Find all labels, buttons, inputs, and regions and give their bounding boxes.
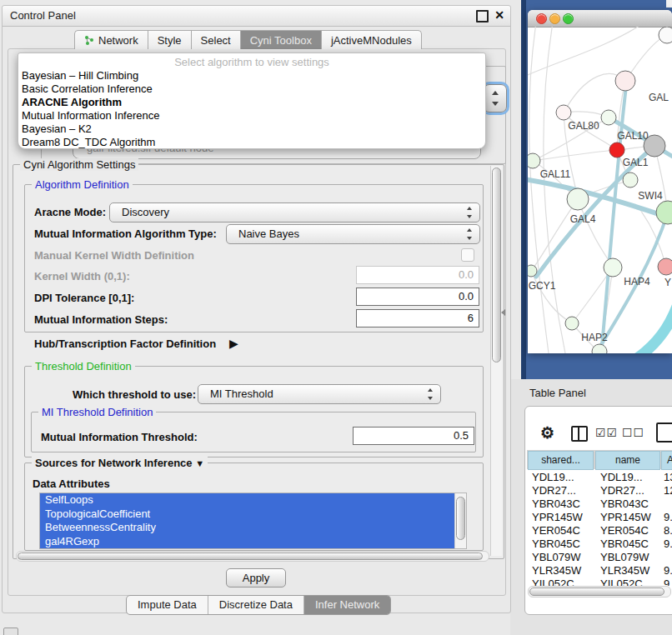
table-cell[interactable]: YBL079W (532, 551, 592, 564)
table-horizontal-scrollbar[interactable] (528, 586, 671, 598)
manual-kernel-checkbox[interactable] (461, 248, 474, 262)
sources-collapse-icon[interactable]: ▼ (195, 458, 204, 468)
attribute-item[interactable]: SelfLoops (40, 493, 454, 508)
node-gal10[interactable] (601, 110, 616, 125)
control-panel-titlebar[interactable]: Control Panel ✕ (3, 6, 510, 27)
close-traffic-light[interactable] (536, 13, 547, 24)
table-cell[interactable]: YER054C (600, 524, 659, 538)
node-label: GAL1 (623, 157, 649, 168)
node-gal1[interactable] (609, 142, 624, 158)
node-gal11[interactable] (528, 153, 540, 168)
which-threshold-combobox[interactable]: MI Threshold (198, 384, 441, 404)
dropdown-item[interactable]: Dream8 DC_TDC Algorithm (22, 136, 482, 149)
table-cell[interactable]: 9. (664, 564, 672, 578)
which-threshold-value: MI Threshold (210, 388, 273, 400)
dropdown-item[interactable]: Mutual Information Inference (22, 109, 482, 122)
node-hap2[interactable] (565, 317, 579, 330)
network-window-titlebar[interactable] (528, 10, 672, 28)
dropdown-item[interactable]: Basic Correlation Inference (22, 82, 482, 96)
close-icon[interactable]: ✕ (494, 8, 504, 22)
settings-vertical-scrollbar[interactable] (490, 166, 502, 556)
attributes-vertical-scrollbar[interactable] (454, 493, 466, 548)
table-cell[interactable]: YBR043C (600, 498, 659, 511)
attribute-item[interactable]: gal4RGexp (40, 535, 454, 549)
tab-network[interactable]: Network (74, 30, 148, 49)
table-cell[interactable]: YDL19... (600, 471, 659, 484)
table-cell[interactable]: 9. (664, 538, 672, 551)
kernel-width-field[interactable]: 0.0 (356, 266, 479, 284)
table-cell[interactable]: YBL079W (600, 551, 659, 564)
table-cell[interactable]: YLR345W (532, 564, 592, 578)
apply-button[interactable]: Apply (226, 568, 286, 588)
background-window-sliver (666, 0, 672, 8)
sources-group-title[interactable]: Sources for Network Inference ▼ (32, 457, 208, 469)
node-unlabeled-top[interactable] (659, 27, 672, 43)
column-header-name[interactable]: name (595, 451, 660, 470)
gear-icon[interactable]: ⚙ (540, 423, 554, 442)
table-cell[interactable]: YDL19... (532, 471, 592, 484)
minimize-traffic-light[interactable] (549, 13, 560, 24)
tab-select[interactable]: Select (191, 30, 240, 49)
node-gal4[interactable] (567, 188, 589, 210)
node-gal[interactable] (615, 71, 635, 91)
splitter-collapse-icon[interactable] (501, 309, 505, 316)
dpi-tolerance-field[interactable]: 0.0 (356, 288, 479, 306)
table-cell[interactable]: YBR045C (600, 538, 659, 551)
table-cell[interactable]: YLR345W (600, 564, 659, 578)
table-cell[interactable]: 12 (664, 484, 672, 498)
mi-threshold-field[interactable]: 0.5 (353, 427, 474, 445)
mi-steps-field[interactable]: 6 (356, 309, 479, 328)
checked-checkboxes-icon[interactable]: ☑☑ (595, 426, 618, 439)
tab-jactivemnodules[interactable]: jActiveMNodules (321, 30, 422, 49)
data-attributes-list[interactable]: SelfLoops TopologicalCoefficient Between… (39, 492, 467, 549)
table-cell[interactable]: YIL052C (600, 578, 659, 586)
table-cell[interactable]: YDR27... (532, 484, 592, 498)
attribute-item[interactable]: BetweennessCentrality (40, 521, 454, 535)
float-window-icon[interactable] (476, 10, 489, 22)
table-cell[interactable]: YPR145W (532, 511, 592, 524)
table-cell[interactable]: 13 (664, 471, 672, 484)
stepper-icon (427, 388, 435, 401)
table-cell[interactable]: YBR045C (532, 538, 592, 551)
table-cell[interactable]: YBR043C (532, 498, 592, 511)
node-swi4[interactable] (623, 172, 638, 188)
network-view-window: GAL GAL80 GAL10 GAL1 GAL11 SWI4 GAL4 GCY… (528, 10, 672, 353)
node-gal80[interactable] (556, 105, 571, 120)
dropdown-item[interactable]: Bayesian – Hill Climbing (22, 69, 482, 82)
algorithm-dropdown[interactable]: Select algorithm to view settings Bayesi… (18, 52, 486, 149)
table-cell[interactable]: YDR27... (600, 484, 659, 498)
node-gcy1[interactable] (528, 265, 537, 277)
table-icon[interactable] (656, 422, 672, 442)
split-columns-icon[interactable] (571, 426, 588, 442)
column-header-partial[interactable]: A (661, 451, 672, 470)
mi-type-combobox[interactable]: Naive Bayes (226, 224, 480, 244)
dropdown-item-selected[interactable]: ARACNE Algorithm (22, 96, 482, 109)
hub-expand-icon[interactable]: ▶ (229, 337, 238, 350)
node-green-right[interactable] (656, 201, 672, 224)
hub-definition-label[interactable]: Hub/Transcription Factor Definition (34, 338, 216, 350)
aracne-mode-combobox[interactable]: Discovery (109, 202, 480, 222)
bottom-left-partial-button[interactable] (3, 628, 18, 635)
network-graph[interactable]: GAL GAL80 GAL10 GAL1 GAL11 SWI4 GAL4 GCY… (528, 27, 672, 353)
tab-discretize-data[interactable]: Discretize Data (208, 596, 304, 614)
table-cell[interactable]: 9 (664, 578, 672, 586)
network-combo-stepper[interactable] (484, 84, 507, 112)
node-bottom-partial[interactable] (592, 344, 607, 353)
table-cell[interactable]: YPR145W (600, 511, 659, 524)
tab-cyni-toolbox[interactable]: Cyni Toolbox (240, 30, 321, 49)
table-cell[interactable]: 9. (664, 511, 672, 524)
table-cell[interactable]: YER054C (532, 524, 592, 538)
settings-horizontal-scrollbar[interactable] (16, 551, 489, 562)
tab-infer-network[interactable]: Infer Network (304, 596, 390, 614)
node-hap4[interactable] (604, 258, 622, 277)
node-y[interactable] (658, 258, 672, 275)
tab-style[interactable]: Style (148, 30, 191, 49)
column-header-shared[interactable]: shared... (528, 451, 594, 470)
unchecked-checkboxes-icon[interactable]: ☐☐ (622, 426, 644, 439)
zoom-traffic-light[interactable] (563, 13, 574, 24)
attribute-item[interactable]: TopologicalCoefficient (40, 508, 454, 522)
tab-impute-data[interactable]: Impute Data (127, 596, 208, 614)
table-cell[interactable]: 8. (664, 524, 672, 538)
dropdown-item[interactable]: Bayesian – K2 (22, 122, 482, 136)
table-cell[interactable]: YIL052C (532, 578, 592, 586)
